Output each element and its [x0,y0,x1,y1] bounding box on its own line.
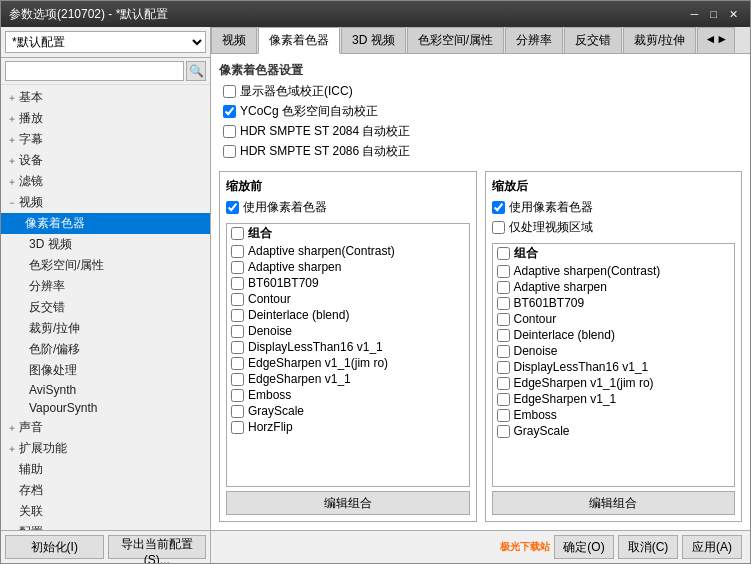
pre-item-6-checkbox[interactable] [231,341,244,354]
tab-pixel[interactable]: 像素着色器 [258,27,340,54]
ycbcr-checkbox[interactable] [223,105,236,118]
tree-item-avisynth[interactable]: AviSynth [1,381,210,399]
hdr2086-checkbox[interactable] [223,145,236,158]
tab-more[interactable]: ◄► [697,27,735,53]
tree-item-video[interactable]: － 视频 [1,192,210,213]
post-use-pixel-row: 使用像素着色器 [492,199,736,216]
ycbcr-label: YCoCg 色彩空间自动校正 [240,103,378,120]
post-item-0-checkbox[interactable] [497,265,510,278]
post-item-5-checkbox[interactable] [497,345,510,358]
list-item: EdgeSharpen v1_1(jim ro) [227,355,469,371]
pre-group-checkbox[interactable] [231,227,244,240]
tree-item-basic[interactable]: ＋ 基本 [1,87,210,108]
init-button[interactable]: 初始化(I) [5,535,104,559]
tree-item-assist[interactable]: 辅助 [1,459,210,480]
pre-item-3-label: Contour [248,292,291,306]
apply-button[interactable]: 应用(A) [682,535,742,559]
tree-item-config[interactable]: 配置 [1,522,210,530]
pre-item-8-label: EdgeSharpen v1_1 [248,372,351,386]
tab-colorspace[interactable]: 色彩空间/属性 [407,27,504,53]
pre-item-8-checkbox[interactable] [231,373,244,386]
tree-item-subtitle[interactable]: ＋ 字幕 [1,129,210,150]
tree-item-audio[interactable]: ＋ 声音 [1,417,210,438]
post-process-video-checkbox[interactable] [492,221,505,234]
search-input[interactable] [5,61,184,81]
close-button[interactable]: ✕ [725,8,742,21]
tree-item-vapoursynth[interactable]: VapourSynth [1,399,210,417]
pre-edit-button[interactable]: 编辑组合 [226,491,470,515]
label-assist: 辅助 [19,461,43,478]
tab-resolution[interactable]: 分辨率 [505,27,563,53]
profile-select[interactable]: *默认配置 [5,31,206,53]
confirm-button[interactable]: 确定(O) [554,535,614,559]
pre-scale-col: 缩放前 使用像素着色器 组合 Adapti [219,171,477,522]
tree-item-extensions[interactable]: ＋ 扩展功能 [1,438,210,459]
post-item-1-checkbox[interactable] [497,281,510,294]
tree-item-colorspace[interactable]: 色彩空间/属性 [1,255,210,276]
tree-item-device[interactable]: ＋ 设备 [1,150,210,171]
tree-item-pixel[interactable]: 像素着色器 ➜ [1,213,210,234]
pre-item-9-checkbox[interactable] [231,389,244,402]
post-group-item: 组合 [493,244,735,263]
search-button[interactable]: 🔍 [186,61,206,81]
icc-checkbox[interactable] [223,85,236,98]
post-item-8-checkbox[interactable] [497,393,510,406]
pre-item-0-checkbox[interactable] [231,245,244,258]
expander-playback: ＋ [5,112,19,126]
tree-item-antialiasing[interactable]: 反交错 [1,297,210,318]
post-item-9-label: Emboss [514,408,557,422]
tab-content: 像素着色器设置 显示器色域校正(ICC) YCoCg 色彩空间自动校正 HDR … [211,54,750,530]
post-item-7-checkbox[interactable] [497,377,510,390]
tree-item-3dvideo[interactable]: 3D 视频 [1,234,210,255]
post-use-pixel-checkbox[interactable] [492,201,505,214]
footer: 极光下载站 确定(O) 取消(C) 应用(A) [211,530,750,563]
pre-scale-title: 缩放前 [226,178,470,195]
label-colorspace: 色彩空间/属性 [29,257,104,274]
hdr2084-label: HDR SMPTE ST 2084 自动校正 [240,123,410,140]
pre-use-pixel-checkbox[interactable] [226,201,239,214]
list-item: Denoise [227,323,469,339]
expander-video: － [5,196,19,210]
label-extensions: 扩展功能 [19,440,67,457]
tree-item-archive[interactable]: 存档 [1,480,210,501]
tab-crop[interactable]: 裁剪/拉伸 [623,27,696,53]
icc-label: 显示器色域校正(ICC) [240,83,353,100]
pre-scale-list[interactable]: 组合 Adaptive sharpen(Contrast) Adaptive s… [226,223,470,487]
minimize-button[interactable]: ─ [687,8,703,21]
pre-item-2-checkbox[interactable] [231,277,244,290]
pre-item-11-checkbox[interactable] [231,421,244,434]
hdr2086-label: HDR SMPTE ST 2086 自动校正 [240,143,410,160]
watermark: 极光下载站 [500,540,550,554]
maximize-button[interactable]: □ [706,8,721,21]
cancel-button[interactable]: 取消(C) [618,535,678,559]
tab-3dvideo[interactable]: 3D 视频 [341,27,406,53]
main-content: *默认配置 🔍 ＋ 基本 ＋ 播放 ＋ 字幕 [1,27,750,563]
tree-item-playback[interactable]: ＋ 播放 [1,108,210,129]
post-item-6-checkbox[interactable] [497,361,510,374]
tab-antialiasing[interactable]: 反交错 [564,27,622,53]
post-item-3-checkbox[interactable] [497,313,510,326]
tree-item-filter[interactable]: ＋ 滤镜 [1,171,210,192]
tree-item-imageproc[interactable]: 图像处理 [1,360,210,381]
post-item-4-checkbox[interactable] [497,329,510,342]
list-item: Emboss [227,387,469,403]
post-group-checkbox[interactable] [497,247,510,260]
post-item-9-checkbox[interactable] [497,409,510,422]
pre-item-5-checkbox[interactable] [231,325,244,338]
export-button[interactable]: 导出当前配置(S)... [108,535,207,559]
post-item-10-checkbox[interactable] [497,425,510,438]
tab-video[interactable]: 视频 [211,27,257,53]
pre-item-3-checkbox[interactable] [231,293,244,306]
hdr2084-checkbox[interactable] [223,125,236,138]
post-edit-button[interactable]: 编辑组合 [492,491,736,515]
pre-item-10-checkbox[interactable] [231,405,244,418]
post-item-2-checkbox[interactable] [497,297,510,310]
tree-item-crop[interactable]: 裁剪/拉伸 [1,318,210,339]
tree-item-gradients[interactable]: 色阶/偏移 [1,339,210,360]
post-scale-list[interactable]: 组合 Adaptive sharpen(Contrast) Adaptive s… [492,243,736,487]
pre-item-7-checkbox[interactable] [231,357,244,370]
pre-item-1-checkbox[interactable] [231,261,244,274]
tree-item-resolution[interactable]: 分辨率 [1,276,210,297]
tree-item-association[interactable]: 关联 [1,501,210,522]
pre-item-4-checkbox[interactable] [231,309,244,322]
